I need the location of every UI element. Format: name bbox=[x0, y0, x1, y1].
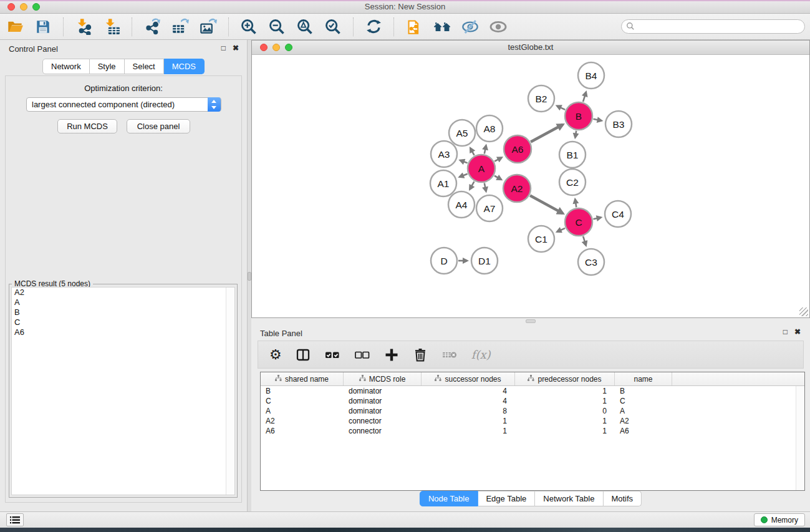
panel-divider-horizontal[interactable] bbox=[251, 318, 810, 324]
table-row[interactable]: Adominator80A bbox=[261, 406, 804, 416]
graph-node-C2[interactable]: C2 bbox=[559, 169, 586, 195]
graph-node-A8[interactable]: A8 bbox=[476, 115, 503, 142]
delete-columns-icon[interactable] bbox=[413, 347, 428, 362]
table-cell[interactable]: B bbox=[261, 386, 344, 396]
graph-edge-C-C2[interactable] bbox=[575, 200, 576, 208]
graph-node-B[interactable]: B bbox=[565, 102, 592, 130]
maximize-window-button[interactable] bbox=[32, 3, 40, 11]
mcds-result-item[interactable]: C bbox=[12, 317, 234, 327]
graph-edge-A6-B[interactable] bbox=[531, 125, 562, 142]
run-mcds-button[interactable]: Run MCDS bbox=[57, 119, 117, 133]
table-cell[interactable]: 4 bbox=[422, 386, 515, 396]
zoom-fit-icon[interactable] bbox=[296, 18, 314, 36]
table-cell[interactable]: 1 bbox=[515, 416, 615, 426]
graph-edge-B-B2[interactable] bbox=[557, 106, 565, 110]
graph-node-C1[interactable]: C1 bbox=[528, 226, 554, 252]
memory-button[interactable]: Memory bbox=[754, 513, 805, 526]
column-header-name[interactable]: name bbox=[615, 372, 672, 385]
graph-node-B3[interactable]: B3 bbox=[605, 111, 632, 137]
mcds-result-item[interactable]: B bbox=[12, 307, 234, 317]
table-cell[interactable]: connector bbox=[344, 426, 422, 436]
table-cell[interactable]: dominator bbox=[344, 396, 422, 406]
table-cell[interactable]: C bbox=[261, 396, 344, 406]
mcds-list-scrollbar[interactable] bbox=[226, 288, 234, 495]
float-panel-icon[interactable]: □ bbox=[783, 327, 788, 336]
table-scrollbar[interactable] bbox=[796, 386, 804, 490]
criterion-dropdown[interactable]: largest connected component (directed) bbox=[26, 97, 221, 112]
graph-edge-B-B1[interactable] bbox=[575, 131, 576, 138]
graph-edge-A-A6[interactable] bbox=[494, 158, 501, 162]
graph-edge-A2-C[interactable] bbox=[530, 195, 562, 213]
table-cell[interactable]: A2 bbox=[615, 416, 672, 426]
table-body[interactable]: Bdominator41BCdominator41CAdominator80AA… bbox=[261, 386, 804, 436]
graph-edge-B-B3[interactable] bbox=[594, 119, 602, 121]
graph-edge-C-C4[interactable] bbox=[594, 218, 601, 219]
table-cell[interactable]: 1 bbox=[515, 386, 615, 396]
minimize-window-button[interactable] bbox=[20, 3, 27, 11]
graph-node-C[interactable]: C bbox=[565, 208, 592, 236]
graph-node-A[interactable]: A bbox=[468, 155, 495, 182]
export-image-icon[interactable] bbox=[200, 18, 217, 36]
graph-node-A2[interactable]: A2 bbox=[503, 175, 531, 202]
table-cell[interactable]: A bbox=[615, 406, 672, 416]
graph-node-A4[interactable]: A4 bbox=[448, 191, 475, 218]
tab-edge-table[interactable]: Edge Table bbox=[478, 491, 535, 506]
select-all-columns-icon[interactable] bbox=[324, 347, 340, 362]
delete-table-icon[interactable] bbox=[441, 348, 458, 362]
close-window-button[interactable] bbox=[7, 3, 15, 11]
graph-edge-A-A2[interactable] bbox=[494, 176, 501, 180]
graph-node-D[interactable]: D bbox=[431, 248, 457, 274]
divider-grip[interactable] bbox=[526, 319, 536, 323]
graph-node-B1[interactable]: B1 bbox=[559, 142, 586, 168]
table-cell[interactable]: A6 bbox=[615, 426, 672, 436]
table-cell[interactable]: 4 bbox=[422, 396, 515, 406]
graph-edge-A-A7[interactable] bbox=[485, 183, 486, 191]
new-network-from-file-icon[interactable] bbox=[405, 18, 423, 36]
graph-node-A3[interactable]: A3 bbox=[431, 141, 457, 167]
show-graphics-details-icon[interactable] bbox=[489, 18, 507, 36]
task-history-button[interactable] bbox=[6, 513, 24, 526]
table-options-icon[interactable]: ⚙ bbox=[269, 347, 282, 363]
table-cell[interactable]: C bbox=[615, 396, 672, 406]
import-network-icon[interactable] bbox=[75, 18, 92, 36]
unselect-all-columns-icon[interactable] bbox=[354, 347, 370, 362]
table-cell[interactable]: 1 bbox=[515, 396, 615, 406]
table-header-row[interactable]: shared nameMCDS rolesuccessor nodesprede… bbox=[261, 372, 804, 386]
hide-graphics-details-icon[interactable] bbox=[461, 18, 479, 36]
network-maximize-button[interactable] bbox=[285, 44, 292, 51]
graph-node-A5[interactable]: A5 bbox=[449, 120, 475, 146]
graph-node-A6[interactable]: A6 bbox=[504, 135, 531, 163]
zoom-selected-icon[interactable] bbox=[324, 18, 342, 36]
graph-edge-A-A3[interactable] bbox=[460, 160, 467, 163]
graph-edge-C-C3[interactable] bbox=[583, 236, 586, 245]
show-column-icon[interactable] bbox=[296, 347, 311, 362]
table-cell[interactable]: 8 bbox=[422, 406, 515, 416]
tab-node-table[interactable]: Node Table bbox=[420, 491, 478, 506]
zoom-in-icon[interactable] bbox=[240, 18, 258, 36]
mcds-result-list[interactable]: A2ABCA6 bbox=[11, 287, 235, 495]
graph-edge-B-B4[interactable] bbox=[583, 92, 586, 102]
float-panel-icon[interactable]: □ bbox=[221, 44, 226, 52]
column-header-successor-nodes[interactable]: successor nodes bbox=[422, 372, 515, 385]
graph-node-C4[interactable]: C4 bbox=[605, 201, 631, 227]
table-row[interactable]: A2connector11A2 bbox=[261, 416, 804, 426]
graph-node-B4[interactable]: B4 bbox=[578, 62, 604, 89]
home-icon[interactable] bbox=[433, 18, 451, 36]
column-header-shared-name[interactable]: shared name bbox=[261, 372, 344, 385]
table-row[interactable]: Cdominator41C bbox=[261, 396, 804, 406]
graph-edge-A-A1[interactable] bbox=[460, 174, 468, 177]
tab-style[interactable]: Style bbox=[90, 59, 125, 74]
graph-node-D1[interactable]: D1 bbox=[471, 248, 498, 274]
column-header-predecessor-nodes[interactable]: predecessor nodes bbox=[515, 372, 615, 385]
table-cell[interactable]: B bbox=[615, 386, 672, 396]
graph-edge-A-A8[interactable] bbox=[485, 145, 486, 153]
close-panel-icon[interactable]: ✖ bbox=[794, 327, 801, 336]
node-table[interactable]: shared nameMCDS rolesuccessor nodesprede… bbox=[260, 372, 805, 491]
graph-node-A7[interactable]: A7 bbox=[476, 195, 503, 221]
close-panel-button[interactable]: Close panel bbox=[127, 119, 190, 133]
table-cell[interactable]: 1 bbox=[515, 426, 615, 436]
export-table-icon[interactable] bbox=[171, 18, 189, 36]
graph-node-B2[interactable]: B2 bbox=[528, 85, 554, 112]
network-window-titlebar[interactable]: testGlobe.txt bbox=[252, 41, 809, 55]
mcds-result-item[interactable]: A2 bbox=[12, 288, 234, 297]
